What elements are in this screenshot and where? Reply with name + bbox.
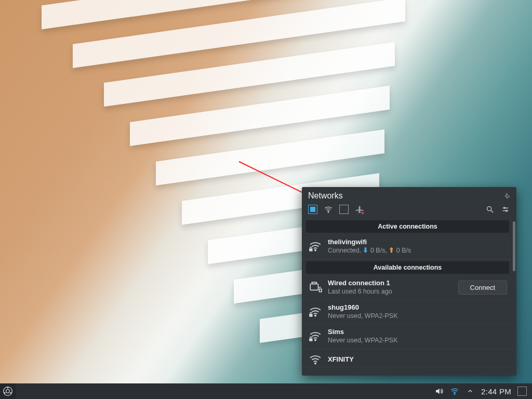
svg-rect-12 xyxy=(312,282,317,284)
system-tray: 2:44 PM xyxy=(434,387,532,396)
section-available-connections: Available connections xyxy=(306,261,509,274)
volume-icon[interactable] xyxy=(434,387,444,396)
wifi-tray-icon[interactable] xyxy=(450,387,459,396)
search-icon[interactable] xyxy=(485,205,495,214)
wifi-icon xyxy=(308,352,323,367)
applet-toolbar xyxy=(302,203,516,218)
airplane-mode-icon[interactable] xyxy=(355,205,364,214)
section-active-connections: Active connections xyxy=(306,220,509,233)
svg-rect-10 xyxy=(309,248,313,251)
toggle-wired-checkbox[interactable] xyxy=(339,205,349,214)
svg-rect-13 xyxy=(320,289,322,291)
connection-wifi[interactable]: XFINITY xyxy=(302,349,513,367)
connection-sub: Never used, WPA2-PSK xyxy=(328,336,507,344)
connection-wifi[interactable]: Sims Never used, WPA2-PSK xyxy=(302,325,513,349)
connection-sub: Never used, WPA2-PSK xyxy=(328,312,507,320)
start-button[interactable] xyxy=(0,383,16,399)
connect-button[interactable]: Connect xyxy=(458,281,507,295)
wifi-icon[interactable] xyxy=(324,205,333,214)
ethernet-icon xyxy=(308,280,323,295)
show-desktop-button[interactable] xyxy=(517,387,527,396)
connection-name: thelivingwifi xyxy=(328,238,507,246)
svg-point-21 xyxy=(7,387,9,389)
svg-point-0 xyxy=(328,212,329,213)
connection-active[interactable]: thelivingwifi Connected, ⬇ 0 B/s, ⬆ 0 B/… xyxy=(302,235,513,259)
wifi-lock-icon xyxy=(308,329,323,343)
svg-point-16 xyxy=(315,340,316,341)
svg-point-23 xyxy=(4,392,6,394)
connection-name: shug1960 xyxy=(328,303,507,312)
connection-status: Connected, ⬇ 0 B/s, ⬆ 0 B/s xyxy=(328,246,507,255)
download-arrow-icon: ⬇ xyxy=(363,247,368,254)
taskbar-clock[interactable]: 2:44 PM xyxy=(481,387,511,396)
networks-applet: Networks xyxy=(302,187,516,376)
taskbar: 2:44 PM xyxy=(0,383,532,399)
svg-point-20 xyxy=(6,390,10,393)
svg-point-18 xyxy=(315,363,316,364)
svg-rect-15 xyxy=(309,314,313,316)
connection-sub: Last used 6 hours ago xyxy=(328,287,453,296)
svg-rect-17 xyxy=(309,338,313,341)
svg-line-4 xyxy=(491,210,493,212)
svg-point-24 xyxy=(454,393,455,394)
settings-icon[interactable] xyxy=(501,205,510,214)
connection-wired[interactable]: Wired connection 1 Last used 6 hours ago… xyxy=(302,276,513,300)
connection-name: XFINITY xyxy=(328,355,507,364)
svg-point-9 xyxy=(315,250,316,251)
applet-title: Networks xyxy=(308,191,343,201)
wifi-lock-icon xyxy=(308,304,323,319)
svg-point-8 xyxy=(506,210,508,211)
kubuntu-icon xyxy=(3,386,13,396)
connections-scroll-area[interactable]: Active connections thelivingwifi Connect… xyxy=(302,218,516,376)
pin-icon[interactable] xyxy=(504,193,510,199)
wifi-lock-icon xyxy=(308,239,323,254)
scrollbar-thumb[interactable] xyxy=(513,221,515,271)
svg-point-14 xyxy=(315,315,316,316)
svg-rect-11 xyxy=(310,284,318,290)
toggle-networking-checkbox[interactable] xyxy=(308,205,317,214)
connection-name: Sims xyxy=(328,328,507,336)
svg-point-7 xyxy=(504,207,506,209)
upload-arrow-icon: ⬆ xyxy=(389,247,394,254)
chevron-up-icon[interactable] xyxy=(466,387,475,396)
connection-name: Wired connection 1 xyxy=(328,279,453,287)
svg-point-3 xyxy=(487,207,491,211)
connection-wifi[interactable]: shug1960 Never used, WPA2-PSK xyxy=(302,300,513,325)
svg-point-22 xyxy=(10,392,11,394)
